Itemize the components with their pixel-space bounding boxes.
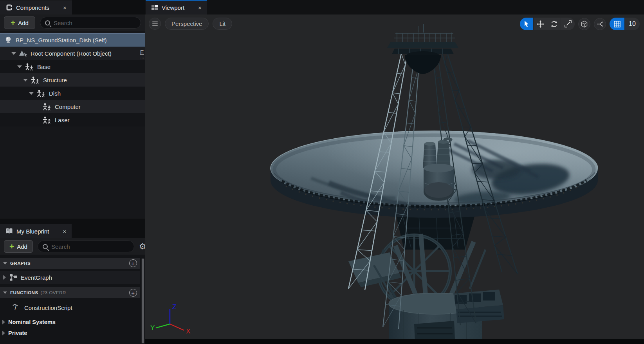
- rotate-tool-button[interactable]: [547, 18, 561, 30]
- tree-row-label: Laser: [55, 117, 70, 123]
- close-icon[interactable]: ×: [198, 4, 202, 11]
- select-tool-button[interactable]: [520, 18, 534, 30]
- root-component-icon: [19, 50, 27, 57]
- move-icon: [537, 20, 544, 28]
- my-blueprint-scrollbar[interactable]: [141, 258, 144, 344]
- add-function-button[interactable]: +: [129, 289, 137, 297]
- search-icon: [45, 20, 50, 25]
- functions-section-header[interactable]: FUNCTIONS (23 OVERR +: [0, 287, 140, 298]
- add-component-button[interactable]: + Add: [4, 16, 35, 29]
- graphs-section-header[interactable]: GRAPHS +: [0, 258, 140, 269]
- scrollbar-thumb[interactable]: [142, 259, 144, 343]
- svg-text:X: X: [186, 328, 190, 335]
- snap-arrows-icon: [596, 20, 604, 28]
- plus-icon: +: [9, 242, 14, 250]
- add-blueprint-item-button[interactable]: + Add: [4, 240, 33, 253]
- tree-row-label: Dish: [49, 90, 61, 97]
- scale-tool-button[interactable]: [561, 18, 575, 30]
- my-blueprint-panel: My Blueprint × + Add ⚙ GRAPHS: [0, 219, 145, 344]
- components-search[interactable]: [40, 17, 141, 29]
- grid-snap-group: 10: [610, 18, 640, 30]
- viewport-3d-scene[interactable]: Z Y X Perspective Lit: [145, 14, 644, 344]
- edit-link-truncated[interactable]: E: [140, 49, 144, 59]
- components-tab-bar: Components ×: [0, 0, 145, 14]
- tab-viewport[interactable]: Viewport ×: [146, 0, 207, 14]
- left-panel-column: Components × + Add: [0, 0, 145, 344]
- add-graph-button[interactable]: +: [129, 259, 137, 267]
- scene-component-icon: [31, 76, 40, 84]
- list-item-construction-script[interactable]: f ConstructionScript: [0, 301, 140, 314]
- components-icon: [5, 4, 13, 11]
- svg-text:f: f: [14, 304, 18, 312]
- cursor-icon: [523, 20, 530, 27]
- chevron-right-icon[interactable]: [3, 275, 6, 280]
- scene-component-icon: [36, 90, 46, 97]
- snap-actors-button[interactable]: [594, 18, 606, 30]
- event-graph-icon: [9, 273, 18, 281]
- tree-row-label: Computer: [55, 103, 81, 110]
- components-toolbar: + Add: [0, 14, 145, 31]
- chevron-right-icon[interactable]: [2, 320, 5, 324]
- tab-my-blueprint[interactable]: My Blueprint ×: [0, 224, 72, 238]
- function-icon: f: [12, 303, 21, 312]
- category-private[interactable]: Private: [0, 328, 140, 339]
- my-blueprint-tab-bar: My Blueprint ×: [0, 219, 145, 238]
- tree-row-label: Base: [37, 63, 51, 70]
- my-blueprint-list: GRAPHS + EventGraph: [0, 258, 140, 339]
- tree-row-label: Structure: [43, 77, 67, 83]
- my-blueprint-search-input[interactable]: [51, 243, 129, 250]
- chevron-down-icon[interactable]: [23, 79, 28, 81]
- svg-text:Y: Y: [150, 324, 155, 331]
- category-label: Private: [8, 330, 27, 336]
- category-nominal-systems[interactable]: Nominal Systems: [0, 317, 140, 328]
- close-icon[interactable]: ×: [63, 228, 66, 235]
- list-item-label: EventGraph: [21, 274, 52, 281]
- view-mode-selector[interactable]: Lit: [213, 18, 232, 30]
- tab-components[interactable]: Components ×: [0, 0, 72, 14]
- lit-label: Lit: [219, 20, 225, 27]
- perspective-selector[interactable]: Perspective: [165, 18, 209, 30]
- move-tool-button[interactable]: [534, 18, 547, 30]
- tree-row-base[interactable]: Base: [0, 60, 145, 73]
- my-blueprint-search[interactable]: [38, 241, 134, 252]
- chevron-down-icon: [3, 291, 7, 294]
- my-blueprint-tab-label: My Blueprint: [16, 228, 49, 235]
- tree-row-dish[interactable]: Dish: [0, 87, 145, 100]
- tree-row-label: Root Component (Root Object): [31, 50, 112, 57]
- functions-header-suffix: (23 OVERR: [41, 290, 66, 295]
- viewport-tab-label: Viewport: [162, 4, 184, 11]
- scene-component-icon: [25, 63, 34, 71]
- viewport-panel: Viewport ×: [145, 0, 644, 344]
- viewport-options-button[interactable]: [149, 18, 161, 30]
- components-tab-label: Components: [16, 4, 49, 11]
- scene-component-icon: [42, 103, 52, 110]
- chevron-down-icon[interactable]: [17, 65, 22, 68]
- list-item-event-graph[interactable]: EventGraph: [0, 271, 140, 284]
- tree-row-structure[interactable]: Structure: [0, 73, 145, 87]
- scale-icon: [565, 20, 572, 27]
- tree-row-self[interactable]: BP_NS_GroundStation_Dish (Self): [0, 33, 145, 47]
- grid-snap-value[interactable]: 10: [625, 18, 640, 30]
- svg-text:Z: Z: [172, 303, 176, 311]
- chevron-down-icon[interactable]: [29, 92, 34, 95]
- close-icon[interactable]: ×: [63, 4, 67, 11]
- blueprint-editor: Components × + Add: [0, 0, 644, 344]
- chevron-down-icon[interactable]: [11, 52, 16, 55]
- hamburger-menu-icon: [152, 22, 158, 26]
- viewport-tab-bar: Viewport ×: [145, 0, 644, 14]
- grid-snap-toggle[interactable]: [610, 18, 625, 30]
- add-button-label: Add: [17, 243, 27, 250]
- list-item-label: ConstructionScript: [24, 304, 72, 311]
- chevron-right-icon[interactable]: [2, 331, 5, 335]
- tree-row-root-component[interactable]: Root Component (Root Object) E: [0, 47, 145, 60]
- functions-header-label: FUNCTIONS: [10, 290, 38, 295]
- world-local-gizmo-button[interactable]: [578, 18, 590, 30]
- viewport-icon: [151, 4, 158, 11]
- add-button-label: Add: [18, 20, 29, 26]
- tree-row-laser[interactable]: Laser: [0, 113, 145, 127]
- rotate-icon: [550, 20, 558, 28]
- blueprint-self-icon: [4, 36, 13, 44]
- components-search-input[interactable]: [54, 20, 136, 26]
- tree-row-computer[interactable]: Computer: [0, 100, 145, 113]
- search-icon: [43, 244, 48, 249]
